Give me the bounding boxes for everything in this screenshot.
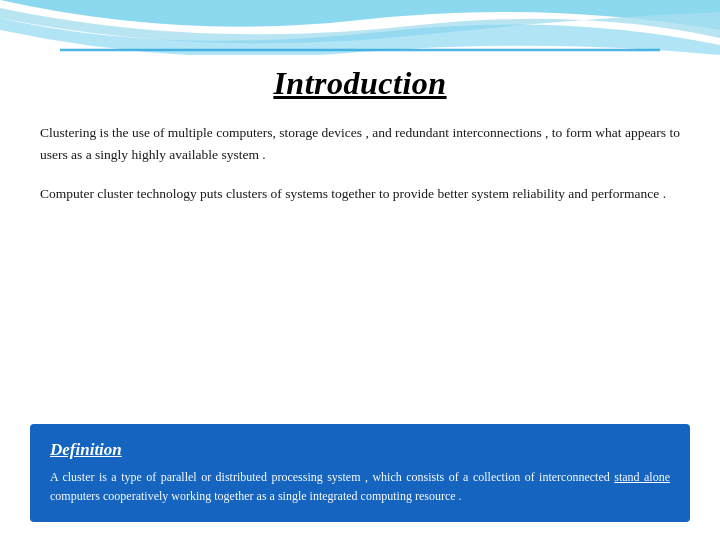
main-content: Introduction Clustering is the use of mu…: [0, 55, 720, 540]
definition-text-content: A cluster is a type of parallel or distr…: [50, 470, 614, 484]
paragraph-first: Clustering is the use of multiple comput…: [40, 122, 680, 167]
paragraph-second: Computer cluster technology puts cluster…: [40, 183, 680, 205]
definition-title: Definition: [50, 440, 670, 460]
definition-underline-text: stand alone: [614, 470, 670, 484]
page-title: Introduction: [40, 65, 680, 102]
top-decoration: [0, 0, 720, 55]
definition-box: Definition A cluster is a type of parall…: [30, 424, 690, 522]
definition-text: A cluster is a type of parallel or distr…: [50, 468, 670, 506]
definition-text-end: computers cooperatively working together…: [50, 489, 462, 503]
